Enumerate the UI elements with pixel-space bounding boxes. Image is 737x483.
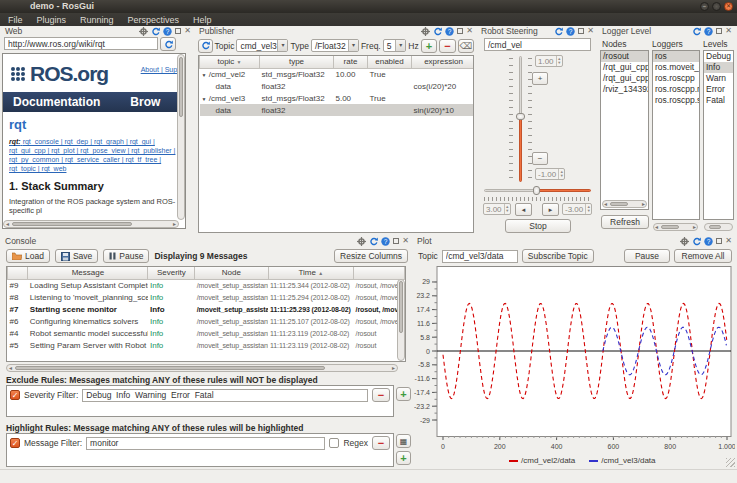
float-icon[interactable]: [716, 28, 722, 34]
list-item[interactable]: Fatal: [704, 95, 733, 106]
list-item[interactable]: Error: [704, 84, 733, 95]
col-topics[interactable]: [354, 267, 405, 279]
nav-browse[interactable]: Brow: [130, 95, 160, 109]
load-button[interactable]: Load: [6, 249, 50, 263]
angular-left-spinbox[interactable]: 3.00▲▼: [483, 203, 511, 215]
levels-horizontal-scrollbar[interactable]: [704, 223, 733, 231]
settings-icon[interactable]: [680, 237, 689, 246]
pause-button[interactable]: Pause: [103, 249, 149, 263]
col-enabled[interactable]: enabled: [368, 56, 412, 68]
settings-icon[interactable]: [357, 237, 366, 246]
add-highlight-rule-button[interactable]: +: [396, 451, 411, 465]
menu-plugins[interactable]: Plugins: [37, 15, 67, 25]
list-item[interactable]: /rviz_134392: [601, 84, 648, 95]
stop-button[interactable]: Stop: [505, 219, 571, 233]
dock-close-icon[interactable]: ✕: [725, 237, 732, 245]
reload-icon[interactable]: [692, 237, 701, 246]
angular-right-spinbox[interactable]: -3.00▲▼: [562, 203, 592, 215]
list-item[interactable]: ros.roscpp.ro: [653, 84, 699, 95]
help-icon[interactable]: ?: [566, 27, 575, 36]
plot-canvas[interactable]: 2923.217.411.65.80-5.8-11.6-17.4-23.2-29…: [414, 266, 735, 454]
float-icon[interactable]: [457, 28, 463, 34]
message-filter-checkbox[interactable]: ✓: [10, 438, 20, 448]
subscribe-topic-button[interactable]: Subscribe Topic: [522, 249, 594, 263]
col-time[interactable]: Time ▲: [268, 267, 354, 279]
table-row[interactable]: data float32cos(i/20)*20: [200, 80, 475, 92]
table-row[interactable]: #9Loading Setup Assistant CompleteInfo/m…: [8, 279, 405, 291]
console-vertical-scrollbar[interactable]: [397, 279, 405, 361]
reload-icon[interactable]: [692, 27, 701, 36]
loggers-horizontal-scrollbar[interactable]: ◂▸: [653, 223, 698, 231]
table-row[interactable]: #6Configuring kinematics solversInfo/mov…: [8, 315, 405, 327]
list-item[interactable]: /rqt_gui_cpp_: [601, 62, 648, 73]
dock-close-icon[interactable]: ✕: [466, 27, 473, 35]
remove-all-button[interactable]: Remove All: [674, 249, 732, 263]
menu-perspectives[interactable]: Perspectives: [128, 15, 180, 25]
dock-close-icon[interactable]: ✕: [587, 27, 594, 35]
table-row[interactable]: ▼ /cmd_vel3 std_msgs/Float325.00True: [200, 92, 475, 104]
close-button[interactable]: ✕: [724, 2, 733, 11]
maximize-button[interactable]: [712, 2, 721, 11]
nodes-horizontal-scrollbar[interactable]: ◂▸: [602, 200, 647, 208]
expander-icon[interactable]: ▼: [202, 96, 207, 102]
menu-running[interactable]: Running: [80, 15, 114, 25]
resize-columns-button[interactable]: Resize Columns: [334, 249, 408, 263]
topic-combo[interactable]: cmd_vel3▾: [236, 39, 288, 52]
list-item[interactable]: Debug: [704, 51, 733, 62]
regex-checkbox[interactable]: [329, 438, 339, 448]
linear-slider-handle[interactable]: [516, 113, 525, 120]
clear-button[interactable]: ⌫: [458, 39, 474, 53]
reload-icon[interactable]: [369, 237, 378, 246]
list-item[interactable]: Warn: [704, 73, 733, 84]
minimize-button[interactable]: −: [700, 2, 709, 11]
help-icon[interactable]: ?: [381, 237, 390, 246]
table-row[interactable]: #4Robot semantic model successfully load…: [8, 327, 405, 339]
type-combo[interactable]: /Float32▾: [311, 39, 359, 52]
list-item[interactable]: ros.moveit_c: [653, 62, 699, 73]
table-row[interactable]: #8Listening to 'moveit_planning_scene'In…: [8, 291, 405, 303]
dock-close-icon[interactable]: ✕: [725, 27, 732, 35]
highlight-options-button[interactable]: ▦: [396, 434, 411, 448]
expander-icon[interactable]: ▼: [202, 72, 207, 78]
dock-close-icon[interactable]: ✕: [402, 237, 409, 245]
remove-publisher-button[interactable]: −: [439, 39, 455, 53]
float-icon[interactable]: [175, 28, 181, 34]
console-horizontal-scrollbar[interactable]: ◂▸: [6, 364, 398, 372]
settings-icon[interactable]: [139, 27, 148, 36]
col-num[interactable]: [8, 267, 28, 279]
table-row[interactable]: #7Starting scene monitorInfo/moveit_setu…: [8, 303, 405, 315]
col-severity[interactable]: Severity: [148, 267, 195, 279]
freq-combo[interactable]: 5▾: [383, 39, 407, 52]
col-node[interactable]: Node: [195, 267, 268, 279]
refresh-button[interactable]: Refresh: [601, 215, 649, 229]
add-exclude-rule-button[interactable]: +: [396, 387, 411, 401]
table-row[interactable]: ▼ /cmd_vel2 std_msgs/Float3210.00True: [200, 68, 475, 80]
help-icon[interactable]: ?: [704, 27, 713, 36]
col-rate[interactable]: rate: [334, 56, 368, 68]
menu-file[interactable]: File: [8, 15, 23, 25]
float-icon[interactable]: [393, 238, 399, 244]
list-item[interactable]: /rqt_gui_cpp_: [601, 73, 648, 84]
angular-right-button[interactable]: ►: [542, 203, 559, 216]
help-icon[interactable]: ?: [445, 27, 454, 36]
web-vertical-scrollbar[interactable]: [177, 54, 185, 220]
float-icon[interactable]: [578, 28, 584, 34]
dock-close-icon[interactable]: ✕: [184, 27, 191, 35]
remove-highlight-rule-button[interactable]: −: [372, 436, 390, 450]
list-item[interactable]: Info: [704, 62, 733, 73]
reload-icon[interactable]: [151, 27, 160, 36]
angular-slider-handle[interactable]: [533, 186, 540, 195]
add-publisher-button[interactable]: +: [421, 39, 437, 53]
plot-pause-button[interactable]: Pause: [624, 249, 670, 263]
severity-filter-input[interactable]: [82, 389, 368, 402]
steering-topic-input[interactable]: [484, 38, 591, 51]
reload-icon[interactable]: [554, 27, 563, 36]
settings-icon[interactable]: [421, 27, 430, 36]
menu-help[interactable]: Help: [193, 15, 212, 25]
nav-documentation[interactable]: Documentation: [13, 95, 100, 109]
package-links[interactable]: rqt: rqt_console | rqt_dep | rqt_graph |…: [9, 137, 179, 173]
table-row[interactable]: data float32sin(i/20)*10: [200, 104, 475, 116]
resize-grip[interactable]: [726, 458, 735, 467]
save-button[interactable]: Save: [55, 249, 98, 263]
url-reload-button[interactable]: [160, 37, 176, 51]
